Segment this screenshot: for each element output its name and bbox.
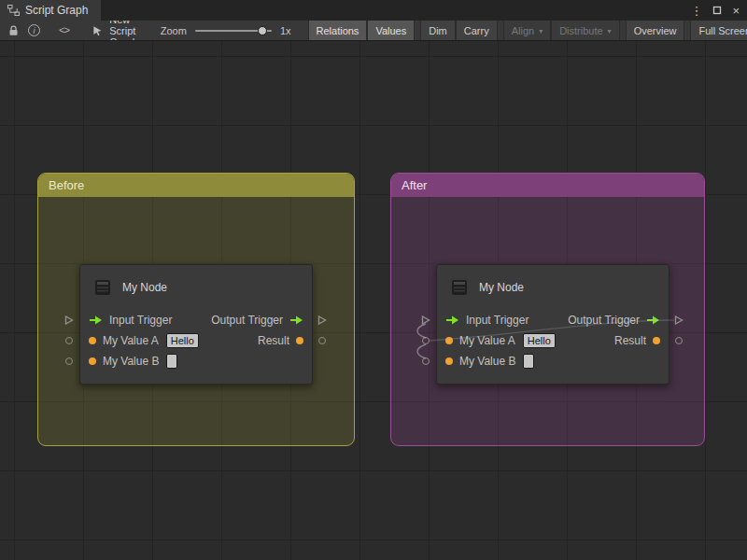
visual-scripting-window: Script Graph ⋮ × i <> New Script Graph: [0, 0, 747, 560]
tab-label: Script Graph: [25, 4, 88, 17]
distribute-button[interactable]: Distribute▾: [551, 21, 619, 41]
value-b-port-icon[interactable]: [445, 357, 453, 365]
input-trigger-port-icon[interactable]: [445, 315, 459, 325]
align-button[interactable]: Align▾: [503, 21, 551, 41]
value-b-field[interactable]: [523, 354, 534, 369]
unit-icon: [92, 277, 113, 298]
zoom-label: Zoom: [161, 25, 187, 36]
value-a-label: My Value A: [459, 334, 515, 347]
value-a-port-row: My Value A Hello Result: [80, 330, 312, 351]
graph-name-label: New Script Graph: [109, 21, 138, 41]
relations-button[interactable]: Relations: [308, 21, 368, 41]
group-before-header[interactable]: Before: [38, 174, 354, 197]
fullscreen-button[interactable]: Full Screen: [690, 21, 747, 41]
value-a-port-icon[interactable]: [445, 337, 453, 344]
result-label: Result: [258, 334, 289, 347]
group-after-header[interactable]: After: [391, 174, 704, 197]
value-a-port-icon[interactable]: [89, 337, 96, 344]
zoom-value: 1x: [280, 25, 291, 36]
zoom-slider-knob[interactable]: [258, 26, 267, 35]
restore-window-icon[interactable]: [712, 5, 722, 17]
input-trigger-port-icon[interactable]: [89, 315, 103, 325]
kebab-menu-icon[interactable]: ⋮: [690, 5, 702, 17]
overview-button[interactable]: Overview: [626, 21, 685, 41]
outer-value-b-port[interactable]: [64, 357, 74, 366]
result-port-icon[interactable]: [653, 337, 660, 344]
carry-button[interactable]: Carry: [456, 21, 498, 41]
outer-result-port[interactable]: [317, 336, 327, 345]
value-b-port-row: My Value B: [437, 351, 669, 371]
output-trigger-label: Output Trigger: [568, 314, 640, 327]
zoom-slider[interactable]: [195, 25, 272, 35]
outer-input-trigger-port[interactable]: [421, 315, 430, 325]
trigger-port-row: Input Trigger Output Trigger: [80, 310, 312, 330]
dim-button[interactable]: Dim: [420, 21, 456, 41]
graph-canvas[interactable]: Before After My Node Input Trigger: [0, 41, 747, 560]
outer-result-port[interactable]: [674, 336, 684, 345]
node-title: My Node: [479, 281, 524, 294]
info-icon[interactable]: i: [23, 21, 45, 41]
value-b-label: My Value B: [103, 355, 159, 368]
value-b-port-row: My Value B: [80, 351, 312, 371]
code-icon[interactable]: <>: [54, 21, 74, 41]
outer-value-b-port[interactable]: [421, 357, 430, 366]
script-graph-icon: [7, 5, 20, 16]
zoom-control: Zoom 1x: [161, 25, 291, 36]
output-trigger-port-icon[interactable]: [646, 315, 660, 325]
outer-value-a-port[interactable]: [64, 336, 74, 345]
outer-input-trigger-port[interactable]: [64, 315, 74, 325]
window-controls: ⋮ ×: [686, 0, 743, 21]
input-trigger-label: Input Trigger: [109, 314, 172, 327]
value-b-label: My Value B: [459, 355, 515, 368]
graph-toolbar: i <> New Script Graph Zoom 1x Relations …: [0, 21, 747, 41]
toolbar-buttons: Relations Values Dim Carry Align▾ Distri…: [308, 21, 747, 41]
node-header: My Node: [80, 265, 312, 310]
close-icon[interactable]: ×: [732, 5, 740, 17]
tab-bar: Script Graph ⋮ ×: [0, 0, 747, 21]
graph-breadcrumb: New Script Graph: [92, 21, 138, 41]
lock-icon[interactable]: [4, 21, 23, 41]
node-my-node-after[interactable]: My Node Input Trigger Output Trigger My …: [436, 264, 669, 385]
output-trigger-label: Output Trigger: [211, 314, 283, 327]
value-b-port-icon[interactable]: [89, 357, 96, 365]
value-b-field[interactable]: [166, 354, 177, 369]
outer-output-trigger-port[interactable]: [674, 315, 684, 325]
unit-icon: [449, 277, 470, 298]
trigger-port-row: Input Trigger Output Trigger: [437, 310, 669, 330]
graph-pointer-icon: [92, 25, 103, 36]
node-my-node-before[interactable]: My Node Input Trigger Output Trigger My …: [79, 264, 313, 385]
tab-script-graph[interactable]: Script Graph: [0, 0, 101, 21]
values-button[interactable]: Values: [367, 21, 415, 41]
value-a-port-row: My Value A Hello Result: [437, 330, 669, 351]
result-port-icon[interactable]: [296, 337, 303, 344]
outer-value-a-port[interactable]: [421, 336, 430, 345]
node-title: My Node: [122, 281, 167, 294]
result-label: Result: [614, 334, 646, 347]
chevron-down-icon: ▾: [608, 27, 612, 35]
value-a-field[interactable]: Hello: [166, 333, 199, 348]
group-before-label: Before: [49, 178, 84, 192]
value-a-label: My Value A: [103, 334, 159, 347]
input-trigger-label: Input Trigger: [466, 314, 529, 327]
outer-output-trigger-port[interactable]: [317, 315, 327, 325]
chevron-down-icon: ▾: [539, 27, 543, 35]
value-a-field[interactable]: Hello: [523, 333, 556, 348]
node-header: My Node: [437, 265, 669, 310]
output-trigger-port-icon[interactable]: [289, 315, 303, 325]
group-after-label: After: [402, 178, 427, 192]
